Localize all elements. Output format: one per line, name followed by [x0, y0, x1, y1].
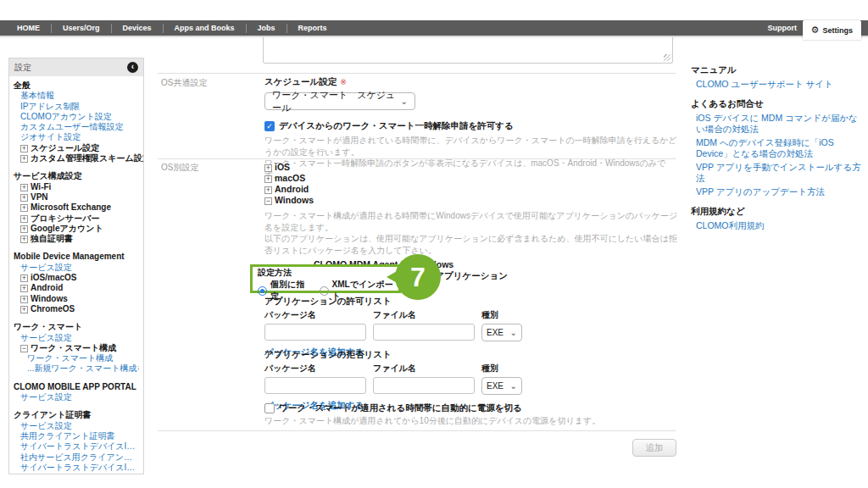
sidebar-item-internal-client-cert[interactable]: 社内サービス用クライアント証明書 [14, 452, 139, 463]
sidebar-item-shared-client-cert[interactable]: 共用クライアント証明書 [14, 431, 139, 441]
sidebar-item-label: 独自証明書 [31, 234, 73, 243]
power-off-checkbox-row[interactable]: ワーク・スマートが適用される時間帯に自動的に電源を切る [264, 402, 522, 414]
sidebar-item-ws-service-settings[interactable]: サービス設定 [14, 333, 139, 343]
sidebar-item-ws-config-child[interactable]: ワーク・スマート構成 [14, 353, 139, 363]
divider [158, 158, 676, 159]
sidebar-item-custom-admin-scheme[interactable]: +カスタム管理権限スキーム設定 [14, 153, 139, 164]
resize-grip-icon[interactable] [664, 54, 670, 61]
schedule-select[interactable]: ワーク・スマート スケジュール ⌄ [264, 92, 415, 110]
os-toggle-macos[interactable]: +macOS [264, 173, 680, 184]
os-toggle-android[interactable]: +Android [264, 184, 680, 195]
help-link-mdm-command[interactable]: iOS デバイスに MDM コマンドが届かない場合の対処法 [696, 113, 862, 135]
help-link-vpp-update[interactable]: VPP アプリのアップデート方法 [696, 186, 862, 197]
help-link-clomo-terms[interactable]: CLOMO利用規約 [696, 220, 862, 231]
package-name-label: パッケージ名 [264, 363, 373, 374]
sidebar-item-own-certificate[interactable]: +独自証明書 [14, 234, 139, 244]
collapse-icon[interactable]: − [264, 197, 272, 205]
collapse-icon[interactable]: − [20, 345, 28, 352]
expand-icon[interactable]: + [264, 175, 272, 183]
expand-icon[interactable]: + [20, 296, 28, 303]
expand-icon[interactable]: + [20, 225, 28, 233]
radio-unselected-icon[interactable] [320, 286, 329, 296]
sidebar-item-wifi[interactable]: +Wi-Fi [14, 182, 139, 192]
sidebar-item-label: Android [31, 283, 63, 292]
add-button[interactable]: 追加 [632, 439, 676, 457]
allow-package-input[interactable] [264, 324, 366, 341]
expand-icon[interactable]: + [20, 274, 28, 282]
nav-item-devices[interactable]: Devices [112, 24, 163, 32]
setting-method-annotation-box: 設定方法 個別に指定 XMLでインポート [250, 264, 401, 293]
nav-item-reports[interactable]: Reports [287, 24, 338, 32]
expand-icon[interactable]: + [264, 186, 272, 194]
sidebar-item-geosite[interactable]: ジオサイト設定 [14, 132, 139, 142]
os-toggle-windows[interactable]: −Windows [264, 195, 680, 206]
help-link-support-site[interactable]: CLOMO ユーザーサポート サイト [696, 79, 862, 90]
sidebar-item-google-account[interactable]: +Googleアカウント [14, 224, 139, 234]
sidebar-item-label: スケジュール設定 [31, 143, 99, 152]
allow-type-select[interactable]: EXE ⌄ [481, 324, 522, 341]
sidebar-item-ws-config[interactable]: −ワーク・スマート構成 [14, 343, 139, 353]
deny-type-select[interactable]: EXE ⌄ [481, 377, 522, 395]
allow-release-checkbox-row[interactable]: ✓ デバイスからのワーク・スマート一時解除申請を許可する [264, 120, 678, 132]
sidebar-item-clomo-account[interactable]: CLOMOアカウント設定 [14, 112, 139, 122]
expand-icon[interactable]: + [20, 285, 28, 292]
expand-icon[interactable]: + [20, 155, 28, 163]
expand-icon[interactable]: + [20, 184, 28, 191]
sidebar-collapse-button[interactable]: ‹ [127, 62, 138, 73]
allow-file-input[interactable] [373, 324, 475, 341]
sidebar-item-label: VPN [31, 192, 48, 202]
nav-item-users-org[interactable]: Users/Org [52, 24, 111, 32]
sidebar-item-cybertrust-g3[interactable]: サイバートラストデバイスID G3is... [14, 463, 139, 473]
nav-item-home[interactable]: HOME [17, 24, 51, 32]
radio-selected-icon[interactable] [258, 286, 267, 296]
expand-icon[interactable]: + [20, 236, 28, 243]
sidebar-item-cert-service-settings[interactable]: サービス設定 [14, 421, 139, 431]
help-link-ios-device[interactable]: MDM へのデバイス登録時に「iOS Device」となる場合の対処法 [696, 137, 862, 159]
sidebar-item-vpn[interactable]: +VPN [14, 192, 139, 202]
sidebar-item-chromeos[interactable]: +ChromeOS [14, 304, 139, 314]
tab-settings[interactable]: ⚙ Settings [803, 20, 861, 40]
os-toggle-ios[interactable]: +iOS [264, 162, 680, 173]
expand-icon[interactable]: + [20, 204, 28, 212]
sidebar-section-service-config: サービス構成設定 [14, 171, 139, 181]
comment-textarea[interactable] [263, 37, 673, 64]
sidebar-item-label: Windows [31, 294, 68, 303]
sidebar-item-cybertrust-pilot[interactable]: サイバートラストデバイスID(pilot)... [14, 441, 139, 452]
help-section-terms: 利用規約など [691, 206, 862, 218]
sidebar-item-ws-config-new[interactable]: ...新規ワーク・スマート構成を... [14, 363, 139, 374]
required-mark: ※ [340, 78, 347, 86]
sidebar-item-basic-info[interactable]: 基本情報 [14, 91, 139, 101]
chevron-down-icon: ⌄ [401, 97, 408, 106]
expand-icon[interactable]: + [264, 164, 272, 172]
checkbox-checked-icon[interactable]: ✓ [264, 121, 275, 131]
sidebar-item-proxy-server[interactable]: +プロキシサーバー [14, 214, 139, 224]
expand-icon[interactable]: + [20, 145, 28, 152]
sidebar-section-app-portal: CLOMO MOBILE APP PORTAL [14, 382, 139, 392]
chevron-down-icon: ⌄ [510, 382, 517, 391]
nav-item-apps-and-books[interactable]: Apps and Books [164, 24, 246, 32]
chevron-down-icon: ⌄ [510, 329, 517, 337]
sidebar-item-mdm-service-settings[interactable]: サービス設定 [14, 263, 139, 273]
sidebar-item-schedule[interactable]: +スケジュール設定 [14, 143, 139, 153]
nav-item-jobs[interactable]: Jobs [247, 24, 287, 32]
sidebar-item-windows[interactable]: +Windows [14, 294, 139, 304]
sidebar-section-client-cert: クライアント証明書 [14, 410, 139, 420]
help-link-vpp-manual-install[interactable]: VPP アプリを手動でインストールする方法 [696, 162, 862, 184]
sidebar-item-ms-exchange[interactable]: +Microsoft Exchange [14, 202, 139, 213]
checkbox-unchecked-icon[interactable] [264, 403, 275, 413]
help-panel: マニュアル CLOMO ユーザーサポート サイト よくあるお問合せ iOS デバ… [691, 64, 862, 240]
sidebar-item-ios-macos[interactable]: +iOS/macOS [14, 273, 139, 283]
nav-item-support[interactable]: Support [768, 24, 798, 32]
sidebar-item-android[interactable]: +Android [14, 283, 139, 293]
sidebar-item-custom-user-info[interactable]: カスタムユーザー情報設定 [14, 122, 139, 132]
file-name-label: ファイル名 [373, 309, 481, 321]
sidebar-item-portal-service-settings[interactable]: サービス設定 [14, 392, 139, 402]
os-specific-row-label: OS別設定 [161, 162, 198, 174]
expand-icon[interactable]: + [20, 194, 28, 202]
file-name-label: ファイル名 [373, 363, 481, 374]
expand-icon[interactable]: + [20, 215, 28, 223]
sidebar-item-ip-restriction[interactable]: IPアドレス制限 [14, 102, 139, 112]
deny-package-input[interactable] [264, 377, 366, 394]
expand-icon[interactable]: + [20, 306, 28, 313]
deny-file-input[interactable] [373, 377, 475, 394]
